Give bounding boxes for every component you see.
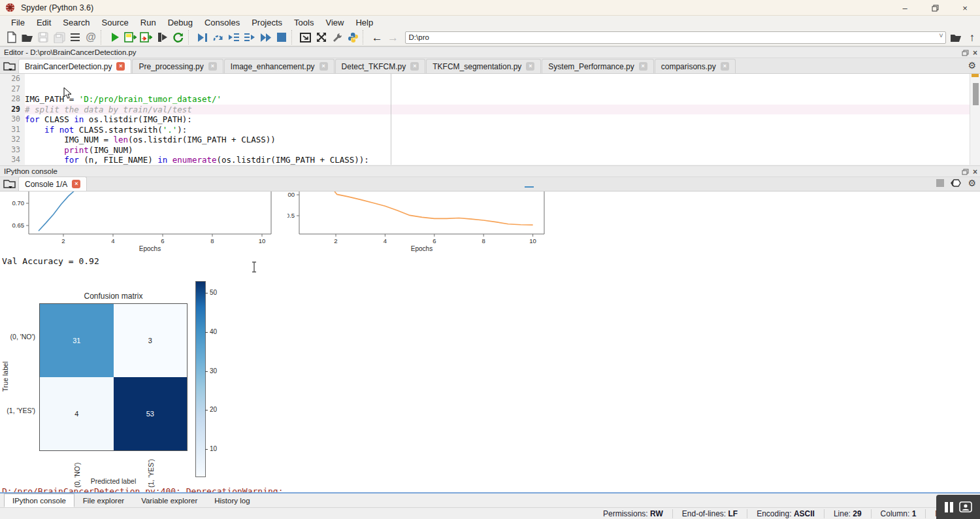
editor-pane-title: Editor - D:\pro\BrainCancerDetection.py [4, 48, 137, 56]
console-tab-bar: Console 1/A × ⚙ [0, 177, 980, 192]
forward-button[interactable]: → [385, 29, 400, 45]
close-tab-icon[interactable]: × [721, 62, 729, 71]
plugin-tab-variable-explorer[interactable]: Variable explorer [133, 494, 206, 507]
editor-tab[interactable]: Pre_processing.py× [132, 59, 223, 73]
file-switcher-button[interactable] [67, 29, 83, 45]
webcam-icon[interactable] [959, 501, 972, 512]
editor-scrollbar-thumb[interactable] [973, 83, 979, 105]
undock-icon[interactable] [962, 50, 969, 56]
menu-run[interactable]: Run [135, 18, 162, 27]
plugin-tab-history-log[interactable]: History log [206, 494, 258, 507]
menu-consoles[interactable]: Consoles [199, 18, 246, 27]
menu-debug[interactable]: Debug [162, 18, 199, 27]
console-tab[interactable]: Console 1/A × [18, 176, 87, 191]
pause-icon[interactable] [945, 502, 953, 512]
editor-tab[interactable]: Detect_TKFCM.py× [335, 59, 426, 73]
debug-step-button[interactable] [210, 29, 226, 45]
preferences-button[interactable] [329, 29, 345, 45]
editor-tab[interactable]: TKFCM_segmentation.py× [426, 59, 541, 73]
run-icon [110, 32, 120, 42]
run-file-button[interactable] [107, 29, 123, 45]
menu-projects[interactable]: Projects [246, 18, 288, 27]
menu-search[interactable]: Search [57, 18, 95, 27]
accuracy-line-chart: 2468100.650.70Epochs [0, 192, 287, 257]
confusion-matrix-grid: 313453 [39, 303, 188, 451]
close-tab-icon[interactable]: × [319, 62, 328, 71]
stop-icon [277, 33, 286, 42]
menu-view[interactable]: View [319, 18, 350, 27]
working-directory-input[interactable] [405, 31, 946, 44]
editor-tab[interactable]: Image_enhancement.py× [224, 59, 335, 73]
rerun-script-button[interactable] [171, 29, 186, 45]
eraser-icon[interactable] [951, 179, 961, 187]
debug-file-button[interactable] [195, 29, 210, 45]
debug-continue-button[interactable] [257, 29, 273, 45]
close-tab-icon[interactable]: × [208, 62, 217, 71]
run-cell-button[interactable] [123, 29, 139, 45]
maximize-pane-button[interactable] [298, 29, 314, 45]
y-axis-label: True label [1, 352, 9, 401]
parent-directory-button[interactable]: ↑ [964, 29, 980, 45]
editor-tab[interactable]: comparisons.py× [655, 59, 736, 73]
close-tab-icon[interactable]: × [410, 62, 419, 71]
step-into-icon [228, 33, 240, 42]
line-number: 33 [0, 145, 25, 156]
undock-icon[interactable] [962, 169, 969, 175]
fullscreen-button[interactable] [314, 29, 329, 45]
browse-tabs-icon[interactable] [3, 60, 17, 72]
line-number: 29 [0, 105, 25, 115]
fullscreen-icon [316, 32, 327, 42]
editor-scrollbar[interactable] [970, 74, 980, 165]
confusion-matrix-figure: Confusion matrix 313453 True label Predi… [0, 276, 229, 488]
console-output[interactable]: 2468100.650.70Epochs 2468100.51.00Epochs… [0, 192, 980, 492]
debug-step-into-button[interactable] [226, 29, 242, 45]
interrupt-kernel-icon[interactable] [936, 179, 944, 187]
browse-tabs-icon[interactable] [3, 178, 17, 190]
save-button[interactable] [35, 29, 51, 45]
open-file-button[interactable] [20, 29, 35, 45]
maximize-pane-icon [300, 33, 311, 42]
debug-step-return-button[interactable] [242, 29, 257, 45]
close-tab-icon[interactable]: × [526, 62, 534, 71]
editor-tab[interactable]: System_Performance.py× [542, 59, 653, 73]
chevron-down-icon[interactable]: ˅ [939, 31, 943, 39]
plugin-tab-ipython-console[interactable]: IPython console [4, 494, 74, 507]
close-button[interactable]: × [950, 0, 980, 16]
editor-tab[interactable]: BrainCancerDetection.py× [18, 59, 131, 73]
minimize-button[interactable]: – [890, 0, 920, 16]
editor-options-gear-icon[interactable]: ⚙ [968, 60, 976, 71]
run-selection-button[interactable] [155, 29, 171, 45]
menu-tools[interactable]: Tools [288, 18, 319, 27]
close-pane-icon[interactable]: × [973, 48, 977, 58]
symbol-finder-button[interactable]: @ [83, 29, 99, 45]
spyder-window: Spyder (Python 3.6) – × FileEditSearchSo… [0, 0, 980, 519]
python-path-manager-button[interactable] [345, 29, 361, 45]
editor-tabs: BrainCancerDetection.py×Pre_processing.p… [18, 59, 736, 73]
svg-text:10: 10 [529, 237, 536, 244]
close-pane-icon[interactable]: × [973, 167, 977, 176]
clipped-figure-fragment [525, 186, 534, 188]
close-tab-icon[interactable]: × [72, 180, 80, 188]
save-all-button[interactable] [52, 29, 67, 45]
run-cell-advance-button[interactable] [139, 29, 154, 45]
new-file-button[interactable] [4, 29, 20, 45]
menu-help[interactable]: Help [350, 18, 379, 27]
status-endoflines: End-of-lines: LF [672, 509, 747, 518]
menu-source[interactable]: Source [96, 18, 135, 27]
back-button[interactable]: ← [369, 29, 385, 45]
code-editor[interactable]: 262728IMG_PATH = 'D:/pro/brain_tumor_dat… [0, 74, 970, 165]
editor-tab-bar: BrainCancerDetection.py×Pre_processing.p… [0, 58, 980, 74]
plugin-tab-file-explorer[interactable]: File explorer [74, 494, 133, 507]
menu-file[interactable]: File [5, 18, 31, 27]
restore-button[interactable] [920, 0, 950, 16]
menu-edit[interactable]: Edit [31, 18, 57, 27]
console-options-gear-icon[interactable]: ⚙ [968, 178, 976, 188]
status-bar: Permissions: RWEnd-of-lines: LFEncoding:… [0, 507, 980, 519]
line-text: IMG_PATH = 'D:/pro/brain_tumor_dataset/' [25, 94, 221, 105]
run-cell-icon [124, 32, 137, 42]
close-tab-icon[interactable]: × [639, 62, 647, 71]
browse-directory-button[interactable] [949, 29, 964, 45]
close-tab-icon[interactable]: × [116, 62, 125, 71]
stop-debug-button[interactable] [274, 29, 289, 45]
colorbar-tick-label: 50 [207, 289, 217, 296]
